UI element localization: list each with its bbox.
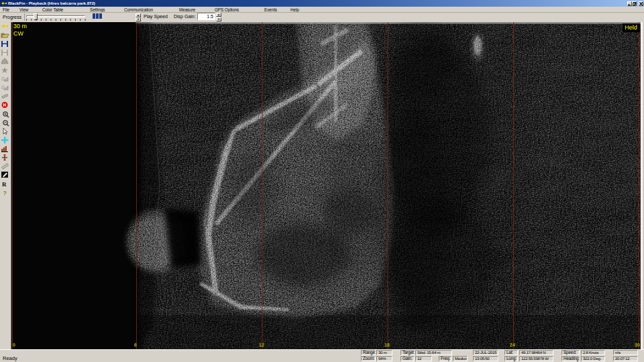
- svg-text:?: ?: [3, 190, 6, 196]
- svg-text:G: G: [1, 85, 5, 90]
- svg-text:R: R: [2, 181, 7, 188]
- svg-text:G: G: [1, 76, 5, 81]
- svg-text:H: H: [3, 103, 7, 107]
